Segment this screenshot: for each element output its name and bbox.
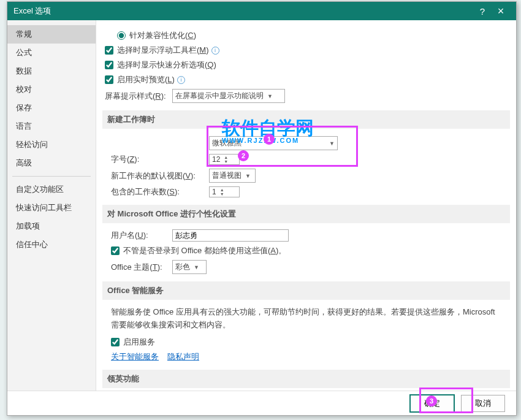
mini-toolbar-checkbox[interactable] — [105, 46, 113, 55]
sidebar: 常规 公式 数据 校对 保存 语言 轻松访问 高级 自定义功能区 快速访问工具栏… — [7, 20, 96, 391]
mini-toolbar-row: 选择时显示浮动工具栏(M) i — [105, 45, 505, 56]
sheetcount-spinbox[interactable]: 1 ▲▼ — [209, 186, 240, 197]
live-preview-row: 启用实时预览(L) i — [105, 74, 505, 85]
theme-row: Office 主题(T): 彩色▼ — [105, 260, 505, 274]
sidebar-item-qat[interactable]: 快速访问工具栏 — [7, 199, 96, 217]
titlebar: Excel 选项 ? × — [7, 2, 516, 20]
defaultview-label: 新工作表的默认视图(V): — [111, 170, 209, 181]
intelligent-desc: 智能服务使 Office 应用具有云的强大功能，可帮助节约时间，获得更好的结果。… — [105, 306, 505, 332]
font-row: ): 微软雅黑▼ — [105, 136, 505, 150]
section-new-workbook: 新建工作簿时 — [102, 110, 510, 129]
section-personalize: 对 Microsoft Office 进行个性化设置 — [102, 205, 510, 223]
section-intelligent: Office 智能服务 — [102, 281, 510, 300]
quick-analysis-label: 选择时显示快速分析选项(Q) — [117, 59, 216, 71]
info-icon[interactable]: i — [211, 47, 219, 55]
sidebar-item-general[interactable]: 常规 — [7, 25, 96, 44]
username-label: 用户名(U): — [111, 230, 172, 241]
cancel-button[interactable]: 取消 — [461, 395, 505, 412]
sidebar-item-trust[interactable]: 信任中心 — [7, 235, 96, 254]
dialog-body: 常规 公式 数据 校对 保存 语言 轻松访问 高级 自定义功能区 快速访问工具栏… — [7, 20, 516, 391]
theme-label: Office 主题(T): — [111, 262, 172, 273]
defaultview-row: 新工作表的默认视图(V): 普通视图▼ — [105, 169, 505, 183]
enable-services-label: 启用服务 — [123, 337, 155, 348]
enable-services-checkbox[interactable] — [111, 338, 120, 346]
ok-button[interactable]: 确定 — [409, 394, 455, 413]
always-use-row: 不管是否登录到 Office 都始终使用这些值(A)。 — [105, 245, 505, 256]
optimize-compat-radio[interactable] — [117, 31, 126, 40]
live-preview-checkbox[interactable] — [105, 75, 113, 84]
always-use-checkbox[interactable] — [111, 246, 120, 255]
sidebar-item-language[interactable]: 语言 — [7, 117, 96, 136]
live-preview-label: 启用实时预览(L) — [117, 74, 175, 85]
info-icon[interactable]: i — [177, 76, 185, 84]
fontsize-spinbox[interactable]: 12 ▲▼ — [209, 154, 240, 165]
mini-toolbar-label: 选择时显示浮动工具栏(M) — [117, 45, 209, 56]
fontsize-row: 字号(Z): 12 ▲▼ — [105, 154, 505, 165]
sidebar-separator — [12, 176, 91, 177]
spinner-icon: ▲▼ — [220, 188, 224, 196]
dialog-title: Excel 选项 — [13, 6, 473, 17]
help-icon[interactable]: ? — [473, 6, 492, 17]
links-row: 关于智能服务 隐私声明 — [105, 351, 505, 362]
quick-analysis-checkbox[interactable] — [105, 61, 113, 69]
sidebar-item-addins[interactable]: 加载项 — [7, 217, 96, 235]
optimize-compat-row: 针对兼容性优化(C) — [105, 30, 505, 41]
screentip-dropdown[interactable]: 在屏幕提示中显示功能说明▼ — [172, 89, 285, 103]
button-bar: 确定 取消 — [7, 391, 516, 415]
defaultview-dropdown[interactable]: 普通视图▼ — [209, 169, 256, 183]
sidebar-item-formulas[interactable]: 公式 — [7, 44, 96, 62]
sidebar-item-save[interactable]: 保存 — [7, 99, 96, 117]
chevron-down-icon: ▼ — [329, 140, 335, 147]
excel-options-dialog: Excel 选项 ? × 常规 公式 数据 校对 保存 语言 轻松访问 高级 自… — [7, 1, 517, 416]
username-input[interactable] — [172, 229, 289, 242]
about-intelligent-link[interactable]: 关于智能服务 — [111, 351, 159, 362]
sidebar-item-ease[interactable]: 轻松访问 — [7, 136, 96, 154]
screentip-row: 屏幕提示样式(R): 在屏幕提示中显示功能说明▼ — [105, 89, 505, 103]
optimize-compat-label: 针对兼容性优化(C) — [129, 30, 196, 41]
spinner-icon: ▲▼ — [224, 155, 228, 164]
sidebar-item-proofing[interactable]: 校对 — [7, 80, 96, 99]
chevron-down-icon: ▼ — [267, 93, 273, 99]
sidebar-item-advanced[interactable]: 高级 — [7, 154, 96, 172]
sidebar-item-customize-ribbon[interactable]: 自定义功能区 — [7, 180, 96, 199]
chevron-down-icon: ▼ — [194, 264, 199, 270]
enable-services-row: 启用服务 — [105, 337, 505, 348]
sidebar-item-data[interactable]: 数据 — [7, 62, 96, 80]
chevron-down-icon: ▼ — [245, 173, 251, 179]
sheetcount-row: 包含的工作表数(S): 1 ▲▼ — [105, 186, 505, 197]
screentip-label: 屏幕提示样式(R): — [105, 91, 172, 102]
quick-analysis-row: 选择时显示快速分析选项(Q) — [105, 59, 505, 71]
fontsize-label: 字号(Z): — [111, 154, 209, 165]
font-dropdown[interactable]: 微软雅黑▼ — [209, 136, 338, 150]
theme-dropdown[interactable]: 彩色▼ — [172, 260, 207, 274]
close-icon[interactable]: × — [492, 5, 510, 18]
content-panel: 针对兼容性优化(C) 选择时显示浮动工具栏(M) i 选择时显示快速分析选项(Q… — [96, 20, 516, 391]
section-linkedin: 领英功能 — [102, 370, 510, 388]
always-use-label: 不管是否登录到 Office 都始终使用这些值(A)。 — [123, 245, 286, 256]
username-row: 用户名(U): — [105, 229, 505, 242]
sheetcount-label: 包含的工作表数(S): — [111, 186, 209, 197]
privacy-link[interactable]: 隐私声明 — [167, 351, 199, 362]
